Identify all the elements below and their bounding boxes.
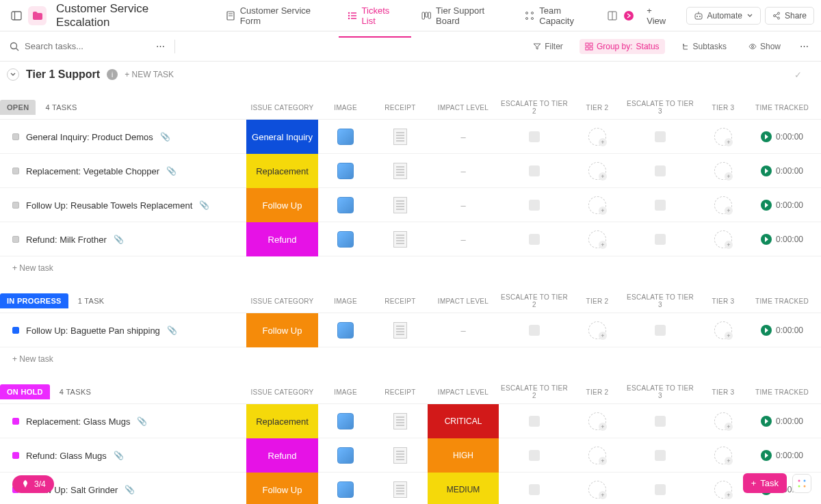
- image-thumbnail[interactable]: [337, 322, 354, 339]
- tier3-assignee[interactable]: [714, 447, 732, 464]
- category-badge[interactable]: Replacement: [246, 154, 318, 188]
- escalate-tier2-checkbox[interactable]: [529, 234, 540, 245]
- escalate-tier2-checkbox[interactable]: [529, 325, 540, 336]
- status-square-icon[interactable]: [12, 202, 19, 209]
- tab-tickets-list[interactable]: Tickets List: [339, 0, 412, 33]
- task-name[interactable]: Refund: Glass Mugs: [26, 451, 107, 461]
- escalate-tier2-checkbox[interactable]: [529, 200, 540, 211]
- play-icon[interactable]: [761, 131, 772, 142]
- task-name[interactable]: Follow Up: Reusable Towels Replacement: [26, 200, 192, 211]
- receipt-thumbnail[interactable]: [393, 322, 407, 339]
- subtasks-button[interactable]: Subtasks: [676, 39, 732, 54]
- tier2-assignee[interactable]: [588, 128, 606, 146]
- tier3-assignee[interactable]: [714, 321, 732, 339]
- sidebar-toggle-icon[interactable]: [7, 6, 25, 25]
- image-thumbnail[interactable]: [337, 129, 354, 145]
- tier3-assignee[interactable]: [714, 481, 732, 499]
- category-badge[interactable]: General Inquiry: [246, 120, 318, 154]
- receipt-thumbnail[interactable]: [393, 163, 407, 179]
- category-badge[interactable]: Replacement: [246, 404, 318, 438]
- new-task-fab[interactable]: + Task: [743, 473, 787, 493]
- task-name[interactable]: Follow Up: Baguette Pan shipping: [26, 326, 160, 336]
- play-icon[interactable]: [761, 200, 772, 211]
- category-badge[interactable]: Follow Up: [246, 188, 318, 222]
- tier2-assignee[interactable]: [588, 230, 606, 248]
- category-badge[interactable]: Follow Up: [246, 313, 318, 347]
- breadcrumb-title[interactable]: Customer Service Escalation: [49, 2, 207, 29]
- attachment-icon[interactable]: 📎: [160, 132, 170, 142]
- escalate-tier3-checkbox[interactable]: [655, 200, 666, 211]
- status-pill[interactable]: OPEN: [0, 100, 36, 115]
- tier2-assignee[interactable]: [588, 196, 606, 214]
- task-row[interactable]: Follow Up: Reusable Towels Replacement 📎…: [0, 188, 821, 222]
- tier3-assignee[interactable]: [714, 230, 732, 248]
- collapse-toggle-icon[interactable]: [7, 68, 19, 81]
- status-pill[interactable]: IN PROGRESS: [0, 293, 68, 308]
- play-icon[interactable]: [761, 325, 772, 336]
- image-thumbnail[interactable]: [337, 481, 354, 498]
- tier3-assignee[interactable]: [714, 162, 732, 180]
- time-tracked[interactable]: 0:00:00: [751, 200, 813, 211]
- status-square-icon[interactable]: [12, 327, 19, 334]
- play-icon[interactable]: [761, 234, 772, 245]
- more-options-icon[interactable]: ⋯: [153, 38, 168, 54]
- play-icon[interactable]: [761, 450, 772, 461]
- attachment-icon[interactable]: 📎: [166, 166, 177, 176]
- add-view-button[interactable]: + View: [638, 0, 680, 33]
- tab-team-capacity[interactable]: Team Capacity: [516, 0, 603, 33]
- status-square-icon[interactable]: [12, 452, 19, 459]
- category-badge[interactable]: Follow Up: [246, 473, 318, 504]
- play-icon[interactable]: [761, 165, 772, 176]
- status-square-icon[interactable]: [12, 236, 19, 243]
- time-tracked[interactable]: 0:00:00: [751, 165, 813, 176]
- attachment-icon[interactable]: 📎: [167, 326, 177, 335]
- task-row[interactable]: Replacement: Glass Mugs 📎 Replacement CR…: [0, 404, 821, 438]
- category-badge[interactable]: Refund: [246, 438, 318, 473]
- impact-badge[interactable]: HIGH: [428, 438, 499, 473]
- add-task-row[interactable]: + New task: [0, 256, 821, 280]
- receipt-thumbnail[interactable]: [393, 447, 407, 464]
- receipt-thumbnail[interactable]: [393, 231, 407, 248]
- task-name[interactable]: Replacement: Glass Mugs: [26, 416, 130, 427]
- escalate-tier2-checkbox[interactable]: [529, 484, 540, 495]
- tier2-assignee[interactable]: [588, 447, 606, 464]
- show-button[interactable]: Show: [743, 39, 786, 54]
- check-icon[interactable]: ✓: [794, 70, 802, 80]
- attachment-icon[interactable]: 📎: [199, 200, 209, 210]
- tier3-assignee[interactable]: [714, 196, 732, 214]
- apps-menu-fab[interactable]: [792, 474, 811, 493]
- tier2-assignee[interactable]: [588, 162, 606, 180]
- group-by-button[interactable]: Group by: Status: [579, 39, 665, 54]
- attachment-icon[interactable]: 📎: [114, 451, 124, 460]
- receipt-thumbnail[interactable]: [393, 413, 407, 429]
- automate-button[interactable]: Automate: [686, 7, 761, 25]
- image-thumbnail[interactable]: [337, 197, 354, 213]
- tier2-assignee[interactable]: [588, 412, 606, 430]
- escalate-tier3-checkbox[interactable]: [655, 416, 666, 427]
- tier3-assignee[interactable]: [714, 128, 732, 146]
- escalate-tier2-checkbox[interactable]: [529, 165, 540, 176]
- attachment-icon[interactable]: 📎: [114, 235, 124, 244]
- task-name[interactable]: General Inquiry: Product Demos: [26, 132, 153, 142]
- escalate-tier3-checkbox[interactable]: [655, 325, 666, 336]
- image-thumbnail[interactable]: [337, 163, 354, 179]
- attachment-icon[interactable]: 📎: [125, 485, 135, 494]
- task-row[interactable]: Refund: Milk Frother 📎 Refund – 0:00:00: [0, 222, 821, 256]
- escalate-tier2-checkbox[interactable]: [529, 131, 540, 142]
- status-pill[interactable]: ON HOLD: [0, 384, 50, 399]
- task-row[interactable]: Follow Up: Baguette Pan shipping 📎 Follo…: [0, 313, 821, 347]
- time-tracked[interactable]: 0:00:00: [751, 234, 813, 245]
- time-tracked[interactable]: 0:00:00: [751, 325, 813, 336]
- toolbar-more-icon[interactable]: ⋯: [797, 38, 811, 54]
- impact-badge[interactable]: CRITICAL: [428, 404, 499, 438]
- task-row[interactable]: Refund: Glass Mugs 📎 Refund HIGH 0:00:00: [0, 438, 821, 473]
- escalate-tier2-checkbox[interactable]: [529, 416, 540, 427]
- filter-button[interactable]: Filter: [527, 39, 569, 54]
- tier3-assignee[interactable]: [714, 412, 732, 430]
- task-name[interactable]: Refund: Milk Frother: [26, 235, 107, 245]
- image-thumbnail[interactable]: [337, 413, 354, 429]
- tier2-assignee[interactable]: [588, 481, 606, 499]
- task-name[interactable]: Replacement: Vegetable Chopper: [26, 166, 159, 176]
- task-row[interactable]: Follow Up: Salt Grinder 📎 Follow Up MEDI…: [0, 473, 821, 504]
- receipt-thumbnail[interactable]: [393, 197, 407, 213]
